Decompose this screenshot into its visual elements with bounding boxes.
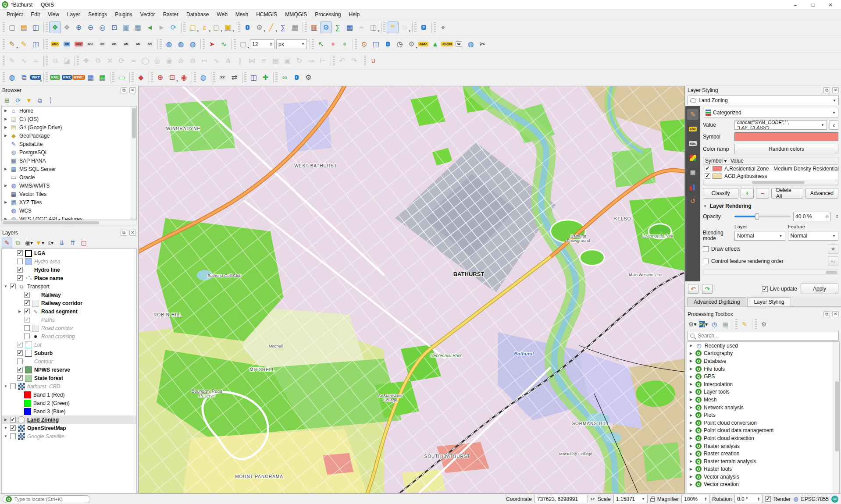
show-hide-labels-icon[interactable]: ab [108, 38, 120, 50]
expand-icon[interactable]: ▶ [4, 109, 8, 113]
layer-visibility-checkbox[interactable] [10, 417, 16, 422]
save-layer-edits-icon[interactable]: ◫ [30, 38, 42, 50]
save-all-layers-icon[interactable]: ⧉ [18, 71, 30, 83]
run-feature-action-icon[interactable]: ⚙▾ [253, 21, 265, 33]
symbol-selector-icon[interactable]: ▢▾ [237, 38, 249, 50]
expand-icon[interactable]: ▶ [689, 459, 693, 463]
font-size-spinner[interactable]: 12▲▼ [250, 39, 274, 49]
menu-plugins[interactable]: Plugins [111, 11, 136, 18]
menu-hcmgis[interactable]: HCMGIS [252, 11, 281, 18]
advanced-button[interactable]: Advanced [805, 188, 838, 199]
spinner-arrows-icon[interactable]: ▲▼ [267, 42, 272, 46]
font-unit-select[interactable]: px▼ [276, 39, 307, 49]
menu-edit[interactable]: Edit [27, 11, 44, 18]
select-features-icon[interactable]: ▢▾ [187, 21, 199, 33]
layer-item-hydro-area[interactable]: Hydro area [2, 257, 136, 266]
layer-visibility-checkbox[interactable] [17, 267, 23, 273]
point-capture-red-icon[interactable]: ◉ [178, 71, 190, 83]
toolbar-handle[interactable] [160, 39, 162, 50]
undo-icon[interactable]: ↶ [336, 55, 348, 67]
browser-close-icon[interactable]: ✕ [129, 87, 136, 93]
menu-mmqgis[interactable]: MMQGIS [281, 11, 311, 18]
toolbar-handle[interactable] [112, 72, 114, 83]
toolbar-handle[interactable] [46, 72, 48, 83]
toolbar-handle[interactable] [434, 22, 436, 33]
layout-manager-icon[interactable]: ◫ [370, 38, 382, 50]
open-attribute-table-icon[interactable]: ▦ [289, 21, 301, 33]
toolbox-group-point-cloud-conversion[interactable]: ▶QPoint cloud conversion [687, 419, 839, 427]
layers-float-icon[interactable]: ⧉ [121, 230, 127, 236]
toolbox-group-gps[interactable]: ▶QGPS [687, 373, 839, 380]
zoom-native-icon[interactable]: ◎ [96, 21, 108, 33]
magnifier-spinner[interactable]: 100%▲▼ [681, 495, 709, 503]
expand-icon[interactable]: ▶ [689, 359, 693, 363]
menu-project[interactable]: Project [3, 11, 27, 18]
expand-icon[interactable]: ▶ [4, 167, 8, 171]
browser-item-home[interactable]: ▶⌂Home [2, 106, 136, 115]
select-by-value-icon[interactable]: ▣▾ [222, 21, 234, 33]
browser-item-vector-tiles[interactable]: ▦Vector Tiles [2, 190, 136, 198]
collapse-all-browser-icon[interactable]: ⧉ [35, 95, 45, 106]
filter-legend-icon[interactable]: ▼▾ [35, 238, 45, 248]
kml-import-icon[interactable]: KML [49, 71, 61, 83]
xy-coordinates-tool-icon[interactable]: XY [217, 71, 228, 83]
map-tips-icon[interactable]: ❝ [387, 21, 399, 33]
layer-item-bathurst-cbd[interactable]: ▼bathurst_CBD [2, 382, 136, 390]
toolbox-group-plots[interactable]: ▶QPlots [687, 411, 839, 419]
layer-metadata-icon[interactable]: i [382, 38, 394, 50]
layer-visibility-checkbox[interactable] [17, 358, 23, 364]
delete-selected-icon[interactable]: ✕ [104, 55, 116, 67]
maximize-button[interactable]: □ [804, 0, 822, 10]
html-export-icon[interactable]: HTML [73, 71, 85, 83]
json-tool-icon[interactable]: JSON [441, 38, 453, 50]
menu-vector[interactable]: Vector [136, 11, 159, 18]
zoom-out-icon[interactable]: ⊖ [85, 21, 96, 33]
layer-visibility-checkbox[interactable] [24, 334, 30, 339]
toolbox-group-vector-creation[interactable]: ▶QVector creation [687, 481, 839, 489]
expand-icon[interactable]: ▶ [4, 117, 8, 121]
copy-features-icon[interactable]: ⧉ [49, 55, 61, 67]
expand-icon[interactable]: ▶ [689, 421, 693, 425]
toolbox-group-raster-analysis[interactable]: ▶QRaster analysis [687, 442, 839, 450]
transparency-tab[interactable]: ▦ [687, 167, 698, 178]
delete-all-button[interactable]: Delete All [771, 188, 803, 199]
rotate-features-icon[interactable]: ⟳ [116, 55, 128, 67]
apply-button[interactable]: Apply [801, 284, 838, 294]
open-layer-styling-panel-icon[interactable]: ✎ [2, 238, 12, 248]
toolbar-handle[interactable] [183, 22, 185, 33]
3d-view-tab[interactable] [687, 152, 698, 163]
layer-visibility-checkbox[interactable] [10, 425, 16, 431]
offset-point-symbol-icon[interactable]: ↝ [305, 55, 317, 67]
toolbox-group-mesh[interactable]: ▶QMesh [687, 396, 839, 404]
toolbar-handle[interactable] [3, 39, 5, 50]
symbol-column-header[interactable]: Symbol ▾ [703, 158, 731, 164]
layer-item-place-name[interactable]: Place name [2, 274, 136, 282]
expand-icon[interactable]: ▶ [689, 483, 693, 486]
remove-layer-icon[interactable]: ▢ [78, 238, 89, 248]
merge-attributes-icon[interactable]: ≡ [258, 55, 270, 67]
field-calculator-icon[interactable]: ▥ [308, 21, 320, 33]
extent-capture-icon[interactable]: ▭ [116, 71, 128, 83]
menu-help[interactable]: Help [345, 11, 364, 18]
pan-to-selection-icon[interactable]: ❖ [61, 21, 73, 33]
pan-map-icon[interactable]: ❖ [49, 21, 61, 33]
rendering-hscrollbar[interactable] [703, 270, 838, 275]
digitize-curve-icon[interactable]: ∿ [18, 55, 30, 67]
zoom-to-selection-icon[interactable]: ▣ [120, 21, 132, 33]
toolbar-handle[interactable] [194, 72, 196, 83]
layer-visibility-checkbox[interactable] [17, 275, 23, 281]
collapse-all-icon[interactable]: ⇈ [68, 238, 78, 248]
wkt-tool-icon[interactable]: WKT▾ [30, 71, 42, 83]
expand-icon[interactable]: ▶ [689, 475, 693, 479]
coordinate-input[interactable]: 737623, 6298991 [535, 495, 588, 503]
vertex-tool-active-layer-icon[interactable]: ▣ [282, 55, 293, 67]
layers-close-icon[interactable]: ✕ [129, 230, 136, 236]
toolbar-handle[interactable] [383, 22, 385, 33]
browser-properties-icon[interactable]: i [46, 95, 56, 106]
expand-all-icon[interactable]: ⇊ [57, 238, 67, 248]
paste-features-icon[interactable]: ◪ [61, 55, 73, 67]
tile-tool-icon[interactable]: ▦ [96, 71, 108, 83]
grid-tool-icon[interactable]: ▦ [85, 71, 96, 83]
layer-item-road-corridor[interactable]: Road corridor [2, 324, 136, 332]
menu-settings[interactable]: Settings [84, 11, 111, 18]
